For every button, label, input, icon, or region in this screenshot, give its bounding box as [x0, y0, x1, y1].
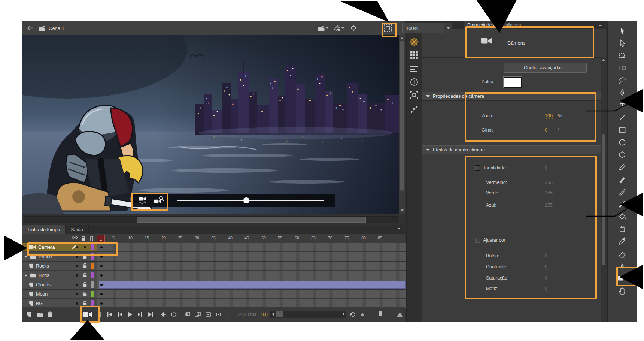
modify-markers-icon[interactable] [216, 310, 222, 319]
stage-canvas[interactable] [22, 35, 405, 214]
tab-library[interactable]: Biblioteca [498, 21, 525, 29]
chevron-down-icon[interactable] [444, 27, 452, 29]
oval-tool[interactable] [608, 136, 637, 148]
layer-row-camera[interactable]: Camera [22, 243, 405, 252]
layer-frames[interactable] [97, 271, 406, 280]
scroll-down-icon[interactable] [401, 209, 404, 212]
elapsed-time-value[interactable]: 0.0 [261, 310, 268, 319]
play-icon[interactable] [127, 310, 133, 319]
layer-frames[interactable] [97, 243, 406, 251]
layer-color-swatch[interactable] [91, 281, 94, 288]
visibility-dot[interactable] [76, 265, 78, 267]
frame-rate-value[interactable]: 24.00 fps [238, 310, 256, 319]
eyedropper-tool[interactable] [608, 235, 637, 247]
lock-all-layers-icon[interactable] [81, 236, 86, 241]
stage-zoom-select[interactable]: 100% [402, 23, 452, 33]
advanced-settings-button[interactable]: Config. avançadas... [504, 63, 587, 73]
lock-icon[interactable] [83, 254, 87, 259]
back-arrow-icon[interactable] [27, 26, 33, 30]
color-wheel-icon[interactable] [410, 37, 419, 46]
tint-checkbox[interactable] [475, 165, 480, 171]
step-back-icon[interactable] [117, 310, 122, 319]
clip-content-button[interactable] [383, 24, 392, 33]
align-panel-icon[interactable] [410, 64, 419, 73]
go-to-last-frame-icon[interactable] [148, 310, 154, 319]
new-folder-icon[interactable] [37, 310, 43, 319]
eraser-tool[interactable] [608, 247, 637, 260]
polystar-tool[interactable] [608, 148, 637, 161]
lock-icon[interactable] [83, 282, 87, 287]
edit-multiple-frames-icon[interactable] [205, 310, 211, 319]
onion-outline-icon[interactable] [195, 310, 201, 319]
layer-color-swatch[interactable] [91, 263, 94, 269]
onion-skin-icon[interactable] [184, 310, 190, 319]
visibility-dot[interactable] [76, 293, 78, 295]
brush-tool[interactable] [608, 185, 637, 198]
playhead-frame-marker[interactable]: 1 [97, 235, 105, 243]
lock-icon[interactable] [83, 291, 87, 296]
show-all-layers-eye-icon[interactable] [72, 236, 78, 239]
new-layer-icon[interactable]: ↰ [26, 310, 32, 319]
timeline-zoom-slider-handle[interactable] [379, 311, 382, 316]
lock-icon[interactable] [83, 301, 87, 306]
visibility-dot[interactable] [76, 302, 78, 305]
hand-tool[interactable] [608, 284, 637, 297]
paint-brush-tool[interactable] [608, 173, 637, 185]
section-camera-color-effects[interactable]: Efeitos de cor da câmera [422, 145, 601, 154]
width-tool[interactable] [608, 260, 637, 272]
layer-frames[interactable]: › [97, 280, 406, 289]
lock-icon[interactable] [83, 272, 87, 278]
layer-color-swatch[interactable] [91, 300, 94, 307]
subselection-tool[interactable] [608, 37, 637, 49]
layer-color-swatch[interactable] [91, 291, 94, 297]
free-transform-tool[interactable] [608, 49, 637, 62]
zoom-value[interactable]: 100 [545, 113, 553, 119]
layer-row-prince[interactable]: Prince [22, 252, 405, 262]
zoom-out-icon[interactable] [360, 310, 365, 319]
center-playhead-icon[interactable] [160, 310, 166, 319]
pen-tool[interactable] [608, 87, 637, 99]
line-tool[interactable] [608, 111, 637, 124]
tab-properties[interactable]: Propriedades [464, 21, 498, 29]
layer-row-moon[interactable]: Moon [22, 290, 405, 299]
selection-tool[interactable] [608, 25, 637, 37]
layer-row-clouds[interactable]: Clouds › [22, 280, 405, 290]
layer-frames[interactable] [97, 252, 406, 261]
layer-frames[interactable] [97, 262, 406, 270]
paint-bucket-tool[interactable] [608, 210, 637, 223]
layer-color-swatch[interactable] [91, 244, 94, 250]
scroll-right-icon[interactable] [343, 313, 345, 316]
add-camera-button[interactable] [82, 310, 92, 319]
layer-row-birds[interactable]: Birds [22, 271, 405, 280]
camera-zoom-icon[interactable] [154, 196, 164, 205]
visibility-dot[interactable] [76, 284, 78, 286]
layer-frames[interactable] [97, 290, 406, 298]
go-to-first-frame-icon[interactable] [107, 310, 113, 319]
lasso-tool[interactable] [608, 74, 637, 87]
layer-color-swatch[interactable] [91, 272, 94, 278]
current-frame-value[interactable]: 1 [227, 310, 229, 319]
motion-panel-icon[interactable] [410, 105, 419, 114]
layer-color-swatch[interactable] [91, 253, 94, 260]
timeline-scrollbar[interactable] [270, 311, 346, 318]
visibility-dot[interactable] [76, 246, 78, 248]
tab-output[interactable]: Saída [66, 225, 89, 234]
playhead[interactable] [100, 235, 100, 306]
pencil-tool[interactable] [608, 161, 637, 173]
adjust-color-checkbox[interactable] [475, 238, 480, 243]
expand-folder-icon[interactable] [25, 274, 27, 277]
stage-horizontal-scrollbar[interactable] [22, 214, 405, 225]
rectangle-tool[interactable] [608, 124, 637, 136]
rotate-value[interactable]: 0 [545, 127, 547, 133]
camera-zoom-slider-handle[interactable] [243, 197, 249, 203]
ink-bottle-tool[interactable] [608, 223, 637, 235]
motion-tween-span[interactable] [99, 281, 406, 289]
stage-color-swatch[interactable] [504, 77, 522, 88]
lock-dot[interactable] [84, 246, 86, 248]
edit-symbols-icon[interactable] [333, 25, 344, 31]
scene-menu-icon[interactable] [318, 25, 329, 31]
step-forward-icon[interactable] [137, 310, 143, 319]
camera-zoom-slider[interactable] [177, 200, 324, 201]
timeline-zoom-slider[interactable] [369, 314, 399, 314]
timeline-ruler[interactable]: 1 5 10 15 20 25 30 35 40 45 50 55 60 65 … [22, 234, 405, 243]
